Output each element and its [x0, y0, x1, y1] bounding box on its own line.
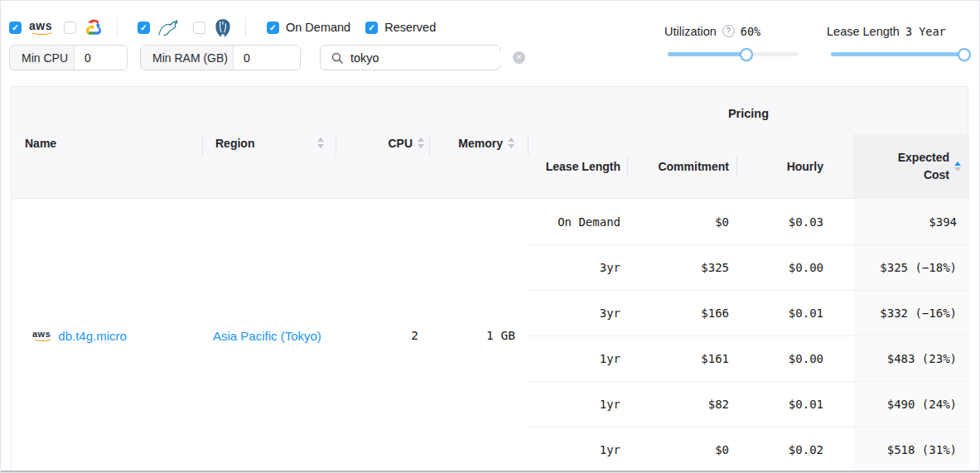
- pricing-row: 1yr $0 $0.02 $518 (31%): [528, 427, 969, 472]
- gcp-cloud-logo: [84, 19, 104, 36]
- checkbox-mysql[interactable]: [138, 22, 150, 34]
- hourly-cell: $0.02: [736, 427, 853, 472]
- instance-name-link[interactable]: db.t4g.micro: [58, 329, 127, 343]
- min-ram-group: Min RAM (GB): [140, 45, 301, 70]
- lease-cell: 1yr: [528, 382, 627, 427]
- checkbox-aws[interactable]: [9, 22, 22, 34]
- checkbox-postgresql[interactable]: [193, 22, 205, 34]
- expected-cost-cell: $490 (24%): [853, 382, 969, 427]
- slider-thumb[interactable]: [740, 48, 753, 61]
- aws-logo: aws: [29, 20, 52, 35]
- commitment-cell: $166: [627, 291, 736, 335]
- sort-icon: [317, 138, 324, 148]
- col-header-hourly: Hourly: [736, 134, 853, 199]
- help-icon[interactable]: ?: [722, 25, 735, 37]
- toolbar-divider: [245, 17, 246, 37]
- hourly-cell: $0.03: [736, 199, 853, 244]
- on-demand-label: On Demand: [286, 21, 350, 34]
- commitment-cell: $82: [627, 382, 736, 427]
- col-header-name: Name: [12, 87, 202, 199]
- lease-cell: 3yr: [528, 291, 627, 335]
- toolbar-divider: [117, 17, 118, 37]
- col-header-cpu[interactable]: CPU: [336, 87, 429, 199]
- expected-cost-cell: $325 (−18%): [853, 245, 969, 290]
- region-link[interactable]: Asia Pacific (Tokyo): [213, 329, 321, 343]
- hourly-cell: $0.01: [736, 291, 853, 335]
- min-ram-label: Min RAM (GB): [141, 46, 234, 70]
- commitment-cell: $0: [627, 199, 736, 244]
- expected-cost-cell: $394: [853, 199, 969, 244]
- filter-postgresql: [193, 18, 233, 37]
- filter-aws: aws: [9, 20, 52, 35]
- min-ram-input[interactable]: [234, 46, 300, 70]
- col-header-lease-length: Lease Length: [528, 134, 627, 199]
- slider-track[interactable]: [831, 52, 964, 56]
- col-header-region[interactable]: Region: [202, 87, 336, 199]
- lease-cell: 1yr: [528, 336, 627, 381]
- hourly-cell: $0.01: [736, 382, 853, 427]
- col-header-commitment: Commitment: [627, 134, 736, 199]
- postgresql-elephant-icon: [213, 18, 233, 37]
- reserved-label: Reserved: [384, 21, 436, 34]
- filters-toolbar: aws: [9, 21, 436, 34]
- min-cpu-input[interactable]: [75, 46, 127, 70]
- checkbox-on-demand[interactable]: [267, 22, 279, 34]
- filter-on-demand: On Demand: [267, 21, 350, 34]
- filter-mysql: [138, 19, 182, 36]
- mysql-dolphin-icon: [157, 19, 182, 36]
- filter-gcp: [64, 19, 104, 36]
- utilization-slider[interactable]: [668, 47, 799, 61]
- memory-cell: 1 GB: [429, 199, 528, 472]
- pricing-row: On Demand $0 $0.03 $394: [528, 199, 969, 244]
- search-input[interactable]: [350, 51, 505, 65]
- clear-icon[interactable]: ✕: [513, 51, 525, 64]
- search-box: ✕: [320, 45, 500, 70]
- region-cell: Asia Pacific (Tokyo): [202, 199, 336, 472]
- lease-cell: On Demand: [528, 199, 627, 244]
- sort-icon: [418, 138, 424, 148]
- hourly-cell: $0.00: [736, 245, 853, 290]
- slider-fill: [831, 52, 964, 56]
- lease-length-header: Lease Length 3 Year: [827, 24, 946, 38]
- lease-cell: 3yr: [528, 245, 627, 290]
- pricing-row: 3yr $166 $0.01 $332 (−16%): [528, 290, 969, 335]
- instance-name-cell: aws db.t4g.micro: [12, 199, 202, 472]
- commitment-cell: $325: [627, 245, 736, 290]
- memory-value: 1 GB: [486, 329, 515, 342]
- utilization-label: Utilization: [664, 25, 717, 38]
- hourly-cell: $0.00: [736, 336, 853, 381]
- lease-length-label: Lease Length: [827, 25, 900, 38]
- min-cpu-group: Min CPU: [9, 45, 128, 70]
- table-header: Pricing Name Region CPU Memory Lease Len…: [12, 87, 968, 199]
- commitment-cell: $0: [627, 427, 736, 472]
- pricing-row: 1yr $161 $0.00 $483 (23%): [528, 335, 969, 381]
- pricing-rows: On Demand $0 $0.03 $394 3yr $325 $0.00 $…: [528, 199, 969, 472]
- slider-thumb[interactable]: [958, 48, 971, 61]
- pricing-row: 1yr $82 $0.01 $490 (24%): [528, 381, 969, 427]
- commitment-cell: $161: [627, 336, 736, 381]
- sort-icon: [508, 138, 514, 148]
- lease-length-slider[interactable]: [831, 47, 964, 61]
- expected-cost-cell: $518 (31%): [853, 427, 969, 472]
- slider-track[interactable]: [668, 52, 799, 56]
- aws-logo: aws: [32, 330, 51, 341]
- col-header-memory[interactable]: Memory: [429, 87, 528, 199]
- utilization-header: Utilization ? 60%: [664, 24, 760, 38]
- pricing-row: 3yr $325 $0.00 $325 (−18%): [528, 244, 969, 290]
- slider-fill: [668, 52, 746, 56]
- utilization-value: 60%: [741, 25, 760, 38]
- cpu-value: 2: [411, 329, 418, 342]
- sort-icon-active: [954, 162, 961, 172]
- instances-table: Pricing Name Region CPU Memory Lease Len…: [11, 86, 968, 471]
- min-cpu-label: Min CPU: [10, 46, 75, 70]
- cloud-instance-pricing-app: aws: [0, 0, 980, 473]
- bottom-scroll-edge[interactable]: [1, 471, 979, 472]
- checkbox-reserved[interactable]: [365, 22, 378, 34]
- checkbox-gcp[interactable]: [64, 22, 76, 34]
- lease-cell: 1yr: [528, 427, 627, 472]
- pricing-group-header: Pricing: [528, 107, 969, 120]
- expected-cost-cell: $483 (23%): [853, 336, 969, 381]
- filter-reserved: Reserved: [365, 21, 436, 34]
- expected-cost-cell: $332 (−16%): [853, 291, 969, 335]
- col-header-expected-cost[interactable]: Expected Cost: [853, 134, 969, 199]
